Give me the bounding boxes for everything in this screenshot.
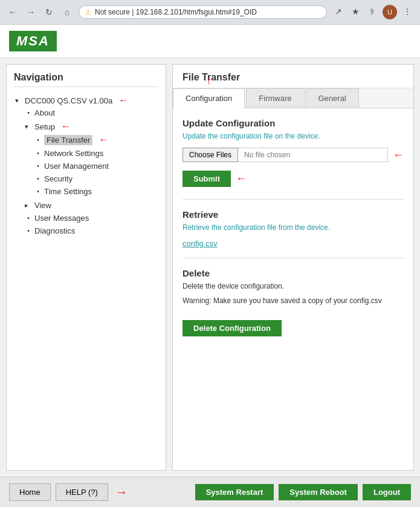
system-restart-button[interactable]: System Restart [195,484,274,500]
url-text: Not secure | 192.168.2.101/htm/fsgui.htm… [95,8,257,16]
delete-section-title: Delete [183,268,404,278]
address-bar[interactable]: ⚠ Not secure | 192.168.2.101/htm/fsgui.h… [79,5,327,19]
sidebar-item-label: Security [44,174,73,183]
sidebar-item-setup[interactable]: ▾ Setup ← [24,120,158,132]
sidebar-item-label: Setup [34,122,55,131]
sidebar-item-network-settings[interactable]: • Network Settings [33,148,158,159]
delete-configuration-button[interactable]: Delete Configuration [183,320,282,336]
logout-button[interactable]: Logout [363,484,411,500]
list-item: • About [24,106,158,119]
nav-tree: ▾ DCC000 QS.CSV v1.00a ← • About [14,93,158,238]
list-item: • User Management [33,160,158,172]
update-section-title: Update Configuration [183,118,404,128]
main-content: Navigation ▾ DCC000 QS.CSV v1.00a ← • Ab… [0,58,420,477]
expand-icon: ▸ [25,201,32,209]
delete-section-desc-line2: Warning: Make sure you have saved a copy… [183,296,404,305]
browser-actions: ↗ ★ ⚕ U ⋮ [332,5,414,19]
sidebar-item-file-transfer[interactable]: • File Transfer ← [33,134,158,146]
msa-logo: MSA [9,31,57,51]
divider-2 [183,258,404,258]
navigation-panel: Navigation ▾ DCC000 QS.CSV v1.00a ← • Ab… [6,64,166,471]
config-csv-link[interactable]: config.csv [183,239,218,248]
sidebar-item-security[interactable]: • Security [33,174,158,184]
arrow-indicator: ← [61,121,71,132]
nav-children: • About ▾ Setup ← [24,106,158,237]
dot-icon: • [34,175,42,182]
dot-icon: • [34,150,42,157]
tab-label: Configuration [186,94,232,103]
list-item: ▾ Setup ← • File Transfer ← [24,119,158,199]
list-item: • Network Settings [33,147,158,160]
extensions-button[interactable]: ⚕ [366,5,379,18]
arrow-indicator: ← [118,95,128,106]
home-nav-button[interactable]: ⌂ [60,5,74,19]
sidebar-item-about[interactable]: • About [24,108,158,118]
dot-icon: • [25,110,32,116]
sidebar-item-dcc000[interactable]: ▾ DCC000 QS.CSV v1.00a ← [14,94,158,106]
help-button[interactable]: HELP (?) [56,483,108,501]
retrieve-section-title: Retrieve [183,209,404,220]
share-button[interactable]: ↗ [332,5,345,18]
delete-section-desc-line1: Delete the device configuration. [183,282,404,290]
expand-icon: ▾ [15,97,22,105]
list-item: ▸ View [24,199,158,212]
reload-button[interactable]: ↻ [42,5,56,19]
dot-icon: • [25,227,32,234]
file-arrow-indicator: ← [393,149,404,162]
sidebar-item-time-settings[interactable]: • Time Settings [33,186,158,197]
sidebar-item-label: User Messages [34,214,89,223]
tab-general[interactable]: General [306,88,359,108]
sidebar-item-user-messages[interactable]: • User Messages [24,213,158,223]
dot-icon: • [34,163,42,169]
home-button[interactable]: Home [9,483,51,501]
sidebar-item-label: Time Settings [44,187,92,196]
sidebar-item-label: File Transfer [44,135,92,145]
no-file-text: No file chosen [238,148,388,162]
tab-arrow-indicator: ↑ [206,74,212,87]
tab-label: General [318,94,346,103]
list-item: • File Transfer ← [33,132,158,147]
dot-icon: • [34,137,42,143]
list-item: • Diagnostics [24,224,158,237]
dot-icon: • [34,188,42,195]
sidebar-item-view[interactable]: ▸ View [24,200,158,211]
update-section-desc: Update the configuration file on the dev… [183,132,404,140]
sidebar-item-label: DCC000 QS.CSV v1.00a [25,96,112,105]
menu-button[interactable]: ⋮ [401,5,414,18]
logo-bar: MSA [0,25,420,58]
tab-configuration[interactable]: Configuration ↑ [173,88,245,108]
choose-files-button[interactable]: Choose Files [183,148,238,162]
content-panel: File Transfer Configuration ↑ Firmware G… [172,64,414,471]
submit-button[interactable]: Submit [183,171,231,187]
file-input-row: Choose Files No file chosen ← [183,148,404,162]
submit-arrow-indicator: ← [236,172,247,185]
browser-chrome: ← → ↻ ⌂ ⚠ Not secure | 192.168.2.101/htm… [0,0,420,25]
divider [183,199,404,200]
list-item: • Security [33,172,158,185]
footer: Home HELP (?) → System Restart System Re… [0,477,420,507]
avatar: U [383,5,397,19]
expand-icon: ▾ [25,123,32,131]
submit-row: Submit ← [183,171,404,187]
bookmark-button[interactable]: ★ [349,5,362,18]
back-button[interactable]: ← [6,5,19,19]
system-reboot-button[interactable]: System Reboot [279,484,358,500]
panel-body: Update Configuration Update the configur… [173,108,413,346]
tab-bar: Configuration ↑ Firmware General [173,88,413,108]
tab-label: Firmware [259,94,291,103]
sidebar-item-label: About [34,108,55,117]
dot-icon: • [25,215,32,221]
sidebar-item-label: Network Settings [44,149,103,158]
sidebar-item-diagnostics[interactable]: • Diagnostics [24,226,158,236]
list-item: • User Messages [24,212,158,224]
footer-arrow-indicator: → [115,485,128,499]
list-item: • Time Settings [33,185,158,198]
forward-button[interactable]: → [24,5,37,19]
tab-firmware[interactable]: Firmware [246,88,304,108]
sidebar-item-label: Diagnostics [34,226,75,235]
list-item: ▾ DCC000 QS.CSV v1.00a ← • About [14,93,158,238]
navigation-title: Navigation [14,72,158,87]
nav-children: • File Transfer ← • Network Settings [33,132,158,198]
sidebar-item-user-management[interactable]: • User Management [33,161,158,171]
sidebar-item-label: View [34,201,51,210]
